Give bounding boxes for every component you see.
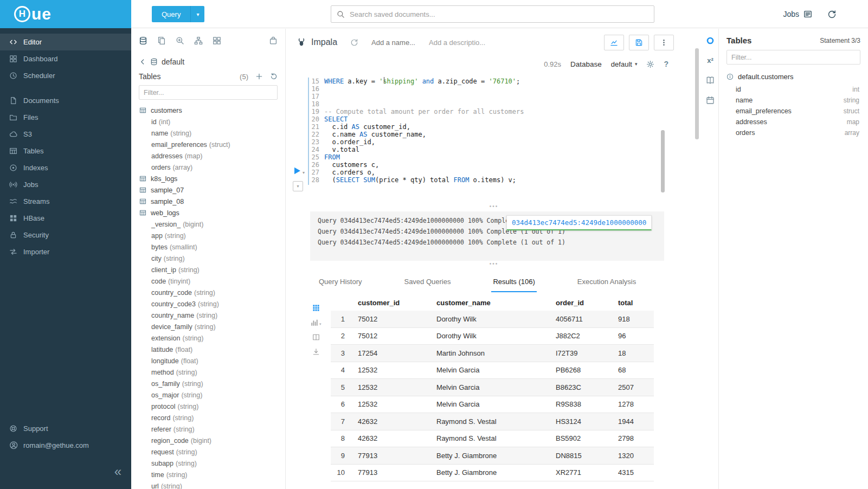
result-row[interactable]: 742632Raymond S. VestalHS31241944 bbox=[331, 413, 654, 430]
tab-results-106[interactable]: Results (106) bbox=[491, 272, 536, 292]
tree-column-orders[interactable]: orders (array) bbox=[131, 162, 285, 173]
copy-icon[interactable] bbox=[157, 36, 166, 45]
search-input[interactable] bbox=[350, 10, 648, 18]
tree-column-country-code3[interactable]: country_code3 (string) bbox=[131, 298, 285, 310]
right-column-email-preferences[interactable]: email_preferences struct bbox=[719, 106, 868, 117]
download-icon[interactable] bbox=[311, 348, 322, 356]
tree-column-subapp[interactable]: subapp (string) bbox=[131, 458, 285, 469]
hue-logo[interactable]: H ue bbox=[0, 0, 131, 28]
tab-execution-analysis[interactable]: Execution Analysis bbox=[576, 272, 638, 292]
chart-button[interactable] bbox=[604, 35, 624, 50]
tree-column-request[interactable]: request (string) bbox=[131, 446, 285, 458]
add-table-icon[interactable] bbox=[255, 73, 263, 80]
search-plus-icon[interactable] bbox=[176, 36, 184, 45]
sitemap-icon[interactable] bbox=[194, 36, 203, 45]
superscript-icon[interactable]: x² bbox=[707, 56, 713, 65]
tree-table-sample-08[interactable]: sample_08 bbox=[131, 196, 285, 207]
tree-column-referer[interactable]: referer (string) bbox=[131, 423, 285, 435]
tree-column-os-major[interactable]: os_major (string) bbox=[131, 389, 285, 401]
right-column-addresses[interactable]: addresses map bbox=[719, 117, 868, 127]
tab-query-history[interactable]: Query History bbox=[317, 272, 363, 292]
tree-column-method[interactable]: method (string) bbox=[131, 366, 285, 378]
sidebar-item-hbase[interactable]: HBase bbox=[0, 210, 131, 227]
tree-column-app[interactable]: app (string) bbox=[131, 230, 285, 241]
tree-column-client-ip[interactable]: client_ip (string) bbox=[131, 264, 285, 275]
grid-icon[interactable] bbox=[311, 304, 322, 312]
calendar-icon[interactable] bbox=[706, 96, 715, 105]
right-column-name[interactable]: name string bbox=[719, 95, 868, 106]
sidebar-collapse-button[interactable]: « bbox=[114, 465, 121, 478]
tree-column-country-code[interactable]: country_code (string) bbox=[131, 287, 285, 298]
tree-column-time[interactable]: time (string) bbox=[131, 469, 285, 480]
result-row[interactable]: 317254Martin JohnsonI72T3918 bbox=[331, 345, 654, 362]
chevron-left-icon[interactable] bbox=[139, 58, 146, 66]
column-header-customer-id[interactable]: customer_id bbox=[352, 299, 431, 307]
sidebar-item-s3[interactable]: S3 bbox=[0, 126, 131, 143]
help-icon[interactable]: ? bbox=[664, 60, 668, 68]
book-icon[interactable] bbox=[706, 76, 715, 85]
column-header-total[interactable]: total bbox=[613, 299, 654, 307]
sidebar-item-editor[interactable]: Editor bbox=[0, 34, 131, 50]
tree-column-protocol[interactable]: protocol (string) bbox=[131, 401, 285, 412]
right-column-orders[interactable]: orders array bbox=[719, 127, 868, 138]
settings-gear-icon[interactable] bbox=[646, 60, 654, 68]
tree-column-os-family[interactable]: os_family (string) bbox=[131, 378, 285, 389]
tree-column-code[interactable]: code (tinyint) bbox=[131, 275, 285, 287]
query-button-caret[interactable]: ▾ bbox=[190, 6, 204, 22]
tree-table-web-logs[interactable]: web_logs bbox=[131, 207, 285, 218]
sidebar-item-scheduler[interactable]: Scheduler bbox=[0, 67, 131, 84]
sidebar-item-streams[interactable]: Streams bbox=[0, 193, 131, 210]
sidebar-item-indexes[interactable]: Indexes bbox=[0, 159, 131, 176]
donut-icon[interactable] bbox=[706, 36, 715, 45]
breadcrumb-database[interactable]: default bbox=[162, 57, 184, 66]
save-button[interactable] bbox=[629, 35, 649, 50]
result-row[interactable]: 977913Betty J. GiambroneDN88151320 bbox=[331, 447, 654, 465]
tree-column-addresses[interactable]: addresses (map) bbox=[131, 150, 285, 162]
database-dropdown[interactable]: default ▾ bbox=[611, 60, 638, 68]
apps-icon[interactable] bbox=[213, 36, 221, 45]
tree-column-country-name[interactable]: country_name (string) bbox=[131, 310, 285, 321]
tree-column-bytes[interactable]: bytes (smallint) bbox=[131, 241, 285, 253]
jobs-link[interactable]: Jobs bbox=[783, 10, 812, 18]
more-actions-button[interactable] bbox=[654, 35, 674, 50]
editor-scrollbar-thumb[interactable] bbox=[661, 130, 665, 192]
tree-column-city[interactable]: city (string) bbox=[131, 253, 285, 264]
sidebar-item-files[interactable]: Files bbox=[0, 109, 131, 126]
tree-column-extension[interactable]: extension (string) bbox=[131, 332, 285, 344]
refresh-icon[interactable] bbox=[270, 73, 278, 80]
result-row[interactable]: 175012Dorothy Wilk4056711918 bbox=[331, 311, 654, 328]
sidebar-item-documents[interactable]: Documents bbox=[0, 92, 131, 109]
sidebar-item-dashboard[interactable]: Dashboard bbox=[0, 50, 131, 67]
sidebar-item-jobs[interactable]: Jobs bbox=[0, 176, 131, 193]
column-header-customer-name[interactable]: customer_name bbox=[431, 299, 550, 307]
job-id-link[interactable]: 034d413ec7474ed5:4249de1000000000 bbox=[506, 215, 652, 230]
result-row[interactable]: 512532Melvin GarciaB8623C2507 bbox=[331, 379, 654, 396]
code-editor[interactable]: ▾ ▾ 15 WHERE a.key = 'shipping' and a.zi… bbox=[286, 73, 702, 205]
query-name-input[interactable] bbox=[371, 38, 421, 47]
sidebar-item-tables[interactable]: Tables bbox=[0, 143, 131, 159]
result-row[interactable]: 612532Melvin GarciaR9S8381278 bbox=[331, 396, 654, 414]
columns-icon[interactable] bbox=[311, 333, 322, 341]
tree-column-email-preferences[interactable]: email_preferences (struct) bbox=[131, 139, 285, 150]
query-history-icon[interactable] bbox=[350, 38, 358, 47]
execute-options-caret[interactable]: ▾ bbox=[303, 170, 305, 175]
resize-handle-top[interactable]: ••• bbox=[286, 204, 702, 209]
tree-column-latitude[interactable]: latitude (float) bbox=[131, 344, 285, 355]
chart-bars-icon[interactable] bbox=[311, 319, 318, 326]
tree-column-longitude[interactable]: longitude (float) bbox=[131, 355, 285, 366]
database-icon[interactable] bbox=[139, 36, 147, 45]
code-lines[interactable]: 15 WHERE a.key = 'shipping' and a.zip_co… bbox=[310, 78, 524, 184]
result-row[interactable]: 1077913Betty J. GiambroneXR27714315 bbox=[331, 465, 654, 482]
sidebar-item-importer[interactable]: Importer bbox=[0, 243, 131, 260]
sidebar-item-security[interactable]: Security bbox=[0, 227, 131, 243]
query-description-input[interactable] bbox=[429, 38, 488, 47]
tree-column-device-family[interactable]: device_family (string) bbox=[131, 321, 285, 332]
tree-table-k8s-logs[interactable]: k8s_logs bbox=[131, 173, 285, 184]
bag-icon[interactable] bbox=[269, 36, 278, 45]
right-filter-input[interactable] bbox=[726, 50, 860, 65]
tree-column-name[interactable]: name (string) bbox=[131, 127, 285, 139]
sidebar-item-support[interactable]: Support bbox=[0, 420, 131, 437]
tree-column-version[interactable]: _version_ (bigint) bbox=[131, 218, 285, 230]
execute-button[interactable] bbox=[293, 166, 301, 175]
active-table-row[interactable]: default.customers bbox=[719, 70, 868, 84]
